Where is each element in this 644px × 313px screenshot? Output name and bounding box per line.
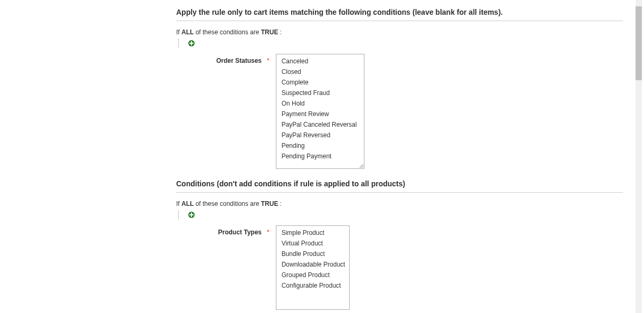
cond-true-link[interactable]: TRUE <box>261 200 278 207</box>
select-option[interactable]: PayPal Canceled Reversal <box>276 119 364 130</box>
cond-all-link[interactable]: ALL <box>181 200 194 207</box>
required-star: * <box>267 225 270 236</box>
cond-if: If <box>176 200 180 207</box>
condition-aggregator-1: If ALL of these conditions are TRUE : <box>176 29 623 36</box>
order-statuses-label: Order Statuses <box>176 54 265 64</box>
select-option[interactable]: Payment Review <box>276 109 364 119</box>
cond-true-link[interactable]: TRUE <box>261 29 278 36</box>
cond-mid: of these conditions are <box>196 29 261 36</box>
product-types-select[interactable]: Simple Product Virtual Product Bundle Pr… <box>276 225 350 310</box>
select-option[interactable]: Bundle Product <box>276 249 349 259</box>
cond-mid: of these conditions are <box>196 200 261 207</box>
page-scrollbar-thumb[interactable] <box>636 6 642 80</box>
select-option[interactable]: Complete <box>276 77 364 88</box>
cond-end: : <box>280 200 282 207</box>
order-statuses-select[interactable]: Canceled Closed Complete Suspected Fraud… <box>276 54 364 169</box>
add-condition-icon[interactable] <box>188 212 195 218</box>
condition-aggregator-2: If ALL of these conditions are TRUE : <box>176 200 623 207</box>
order-statuses-field: Order Statuses * Canceled Closed Complet… <box>176 54 623 169</box>
cond-all-link[interactable]: ALL <box>181 29 194 36</box>
select-option[interactable]: On Hold <box>276 98 364 109</box>
select-option[interactable]: Configurable Product <box>276 280 349 291</box>
cond-end: : <box>280 29 282 36</box>
section-title-product-conditions: Conditions (don't add conditions if rule… <box>176 179 623 193</box>
section-title-cart-conditions: Apply the rule only to cart items matchi… <box>176 8 623 21</box>
select-option[interactable]: Pending <box>276 140 364 151</box>
page-scrollbar-track[interactable] <box>636 0 642 313</box>
select-option[interactable]: Grouped Product <box>276 270 349 280</box>
select-option[interactable]: PayPal Reversed <box>276 130 364 140</box>
select-option[interactable]: Suspected Fraud <box>276 88 364 98</box>
select-option[interactable]: Canceled <box>276 54 364 67</box>
select-option[interactable]: Simple Product <box>276 226 349 238</box>
select-option[interactable]: Pending Payment <box>276 151 364 162</box>
cond-if: If <box>176 29 180 36</box>
required-star: * <box>267 54 270 64</box>
product-types-label: Product Types <box>176 225 265 236</box>
select-option[interactable]: Closed <box>276 67 364 77</box>
select-option[interactable]: Virtual Product <box>276 238 349 249</box>
select-option[interactable]: Downloadable Product <box>276 259 349 270</box>
product-types-field: Product Types * Simple Product Virtual P… <box>176 225 623 310</box>
add-condition-icon[interactable] <box>188 40 195 46</box>
